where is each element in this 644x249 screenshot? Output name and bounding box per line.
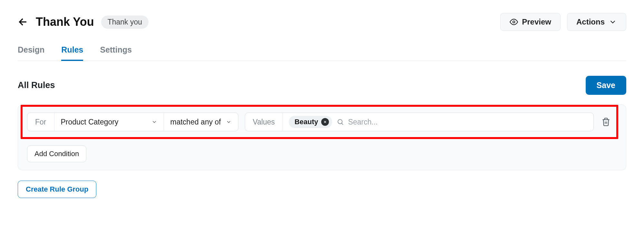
trash-icon: [601, 117, 610, 126]
operator-select[interactable]: matched any of: [164, 113, 238, 131]
field-select-value: Product Category: [61, 118, 119, 126]
search-input[interactable]: [348, 118, 588, 126]
create-rule-group-button[interactable]: Create Rule Group: [18, 181, 96, 198]
preview-button[interactable]: Preview: [500, 13, 561, 31]
chevron-down-icon: [226, 119, 232, 125]
tabs: Design Rules Settings: [18, 45, 626, 61]
topbar-right: Preview Actions: [500, 13, 626, 31]
chip-remove-button[interactable]: [321, 118, 329, 126]
page-badge: Thank you: [101, 15, 149, 29]
actions-button[interactable]: Actions: [567, 13, 626, 31]
svg-point-0: [513, 21, 515, 23]
values-combo: Values Beauty: [245, 113, 594, 131]
search-icon: [337, 118, 344, 126]
delete-rule-button[interactable]: [600, 117, 612, 126]
arrow-left-icon: [18, 16, 29, 27]
save-button[interactable]: Save: [586, 76, 626, 95]
topbar: Thank You Thank you Preview Actions: [18, 13, 626, 31]
operator-select-value: matched any of: [170, 118, 221, 126]
topbar-left: Thank You Thank you: [18, 15, 149, 29]
tab-rules[interactable]: Rules: [61, 45, 83, 61]
chevron-down-icon: [151, 119, 157, 125]
actions-label: Actions: [576, 17, 605, 26]
value-chip: Beauty: [289, 116, 332, 128]
page-title: Thank You: [36, 15, 94, 29]
rule-group: For Product Category matched any of Valu…: [18, 105, 626, 170]
values-label: Values: [245, 113, 283, 131]
section-header: All Rules Save: [18, 76, 626, 95]
svg-line-2: [342, 123, 343, 125]
chip-area: Beauty: [283, 113, 593, 131]
search-area: [337, 118, 588, 126]
for-label: For: [27, 113, 54, 131]
eye-icon: [510, 18, 518, 26]
close-icon: [323, 120, 327, 124]
rule-field-combo: For Product Category matched any of: [27, 113, 238, 131]
back-button[interactable]: [18, 16, 29, 27]
tab-settings[interactable]: Settings: [100, 45, 132, 61]
section-title: All Rules: [18, 80, 55, 90]
tab-design[interactable]: Design: [18, 45, 44, 61]
field-select[interactable]: Product Category: [54, 113, 164, 131]
rule-row-highlight: For Product Category matched any of Valu…: [21, 105, 618, 139]
chip-text: Beauty: [294, 118, 318, 126]
svg-point-1: [338, 119, 342, 124]
chevron-down-icon: [609, 18, 617, 26]
add-condition-button[interactable]: Add Condition: [27, 145, 86, 162]
preview-label: Preview: [522, 17, 551, 26]
